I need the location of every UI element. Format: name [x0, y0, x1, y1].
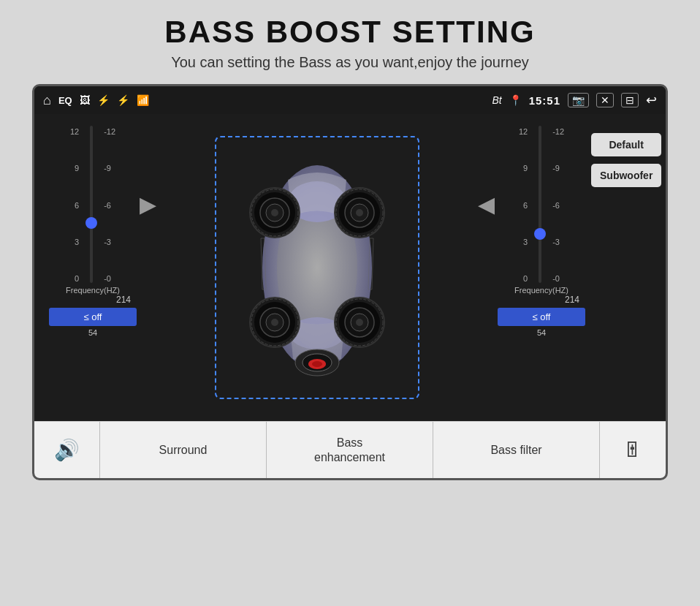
status-bar-right: Bt 📍 15:51 📷 ✕ ⊟ ↩	[492, 92, 657, 108]
left-neg-scale: -12 -9 -6 -3 -0	[104, 126, 115, 283]
svg-point-20	[271, 319, 278, 326]
scale-3: 3	[70, 238, 79, 246]
default-button[interactable]: Default	[591, 133, 661, 156]
tab-bass-filter-label: Bass filter	[490, 444, 541, 457]
right-scales: 12 9 6 3 0 -12	[519, 126, 564, 283]
scale-0: 0	[70, 275, 79, 283]
car-svg	[222, 143, 412, 392]
svg-point-8	[271, 209, 278, 216]
svg-point-31	[312, 361, 322, 367]
scale-12: 12	[70, 128, 79, 136]
left-track-line	[90, 126, 93, 283]
right-bottom-value: 54	[537, 328, 546, 337]
svg-point-14	[356, 209, 363, 216]
right-track-line	[539, 126, 541, 283]
right-panel: 12 9 6 3 0 -12	[498, 126, 651, 409]
speaker-icon: 🔊	[54, 438, 80, 462]
eq-status-icon[interactable]: EQ	[58, 95, 72, 106]
tab-bass-enh-label1: Bass	[337, 436, 363, 450]
scale-neg-9: -9	[104, 164, 115, 173]
equalizer-icon: 🎚	[623, 438, 643, 462]
back-icon[interactable]: ↩	[646, 92, 657, 108]
left-slider-group: 12 9 6 3 0 -12 -9 -6	[49, 126, 137, 409]
location-icon: 📍	[509, 94, 522, 106]
left-off-button[interactable]: ≤ off	[49, 308, 137, 326]
right-slider-group: 12 9 6 3 0 -12	[498, 126, 585, 337]
left-pos-scale: 12 9 6 3 0	[70, 126, 79, 283]
usb2-icon[interactable]: ⚡	[117, 94, 129, 106]
tab-bass-enhancement[interactable]: Bass enhancement	[267, 422, 433, 478]
scale-neg-6: -6	[104, 202, 115, 210]
tab-speaker[interactable]: 🔊	[34, 422, 100, 478]
left-bottom-value: 54	[88, 328, 97, 337]
time-display: 15:51	[529, 94, 560, 107]
home-icon[interactable]: ⌂	[43, 93, 51, 108]
car-section	[159, 126, 475, 409]
status-bar-left: ⌂ EQ 🖼 ⚡ ⚡ 📶	[43, 93, 486, 108]
scale-neg-0: -0	[104, 275, 115, 283]
scale-6: 6	[70, 202, 79, 210]
tab-surround[interactable]: Surround	[100, 422, 267, 478]
right-controls-row: 12 9 6 3 0 -12	[498, 126, 661, 337]
tab-surround-label: Surround	[159, 444, 208, 457]
page-title: BASS BOOST SETTING	[164, 15, 535, 50]
scale-neg-12: -12	[104, 128, 115, 136]
right-slider-track[interactable]	[529, 126, 551, 283]
scale-9: 9	[70, 164, 79, 173]
right-action-buttons: Default Subwoofer	[591, 133, 661, 187]
scale-neg-3: -3	[104, 238, 115, 246]
left-freq-label: Frequency(HZ)	[66, 286, 120, 295]
screen-icon[interactable]: ⊟	[621, 93, 639, 107]
page-wrapper: BASS BOOST SETTING You can setting the B…	[0, 0, 700, 502]
tab-bass-enh-label2: enhancement	[314, 451, 385, 464]
tab-bar: 🔊 Surround Bass enhancement Bass filter …	[34, 421, 666, 478]
left-freq-value: 214	[49, 295, 137, 305]
left-slider-track[interactable]	[80, 126, 102, 283]
camera-icon[interactable]: 📷	[568, 93, 589, 107]
tab-bass-filter[interactable]: Bass filter	[433, 422, 600, 478]
svg-point-26	[356, 319, 363, 326]
arrow-right-icon: ▶	[140, 192, 156, 217]
right-pos-scale: 12 9 6 3 0	[519, 126, 528, 283]
subwoofer-button[interactable]: Subwoofer	[591, 164, 661, 187]
right-freq-value: 214	[498, 295, 585, 305]
tab-equalizer[interactable]: 🎚	[600, 422, 666, 478]
main-content: 12 9 6 3 0 -12 -9 -6	[34, 114, 666, 421]
close-icon[interactable]: ✕	[596, 93, 614, 107]
right-thumb[interactable]	[534, 228, 546, 240]
car-image-container	[215, 136, 419, 399]
right-freq-label: Frequency(HZ)	[514, 286, 568, 295]
left-thumb[interactable]	[85, 217, 97, 229]
page-subtitle: You can setting the Bass as you want,enj…	[171, 54, 529, 71]
bt-label: Bt	[492, 94, 501, 106]
status-bar: ⌂ EQ 🖼 ⚡ ⚡ 📶 Bt 📍 15:51 📷 ✕ ⊟ ↩	[34, 86, 666, 114]
right-neg-scale: -12 -9 -6 -3 -0	[552, 126, 564, 283]
arrow-left-icon: ◀	[478, 192, 495, 217]
wifi-icon[interactable]: 📶	[137, 94, 149, 106]
usb1-icon[interactable]: ⚡	[97, 94, 110, 106]
left-scales: 12 9 6 3 0 -12 -9 -6	[70, 126, 115, 283]
right-off-button[interactable]: ≤ off	[498, 308, 585, 326]
image-icon[interactable]: 🖼	[80, 94, 90, 106]
car-screen: ⌂ EQ 🖼 ⚡ ⚡ 📶 Bt 📍 15:51 📷 ✕ ⊟ ↩	[32, 84, 668, 480]
